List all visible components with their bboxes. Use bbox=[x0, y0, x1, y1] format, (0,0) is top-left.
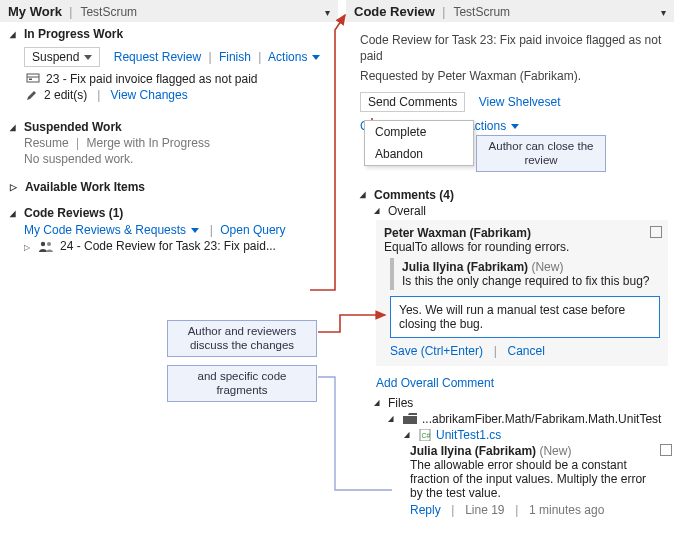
expand-icon[interactable] bbox=[24, 239, 32, 253]
svg-point-4 bbox=[47, 242, 51, 246]
pencil-icon bbox=[26, 89, 38, 101]
resume-link: Resume bbox=[24, 136, 69, 150]
actions-menu[interactable]: Actions bbox=[467, 119, 519, 133]
timestamp: 1 minutes ago bbox=[529, 503, 604, 517]
callout-fragments: and specific code fragments bbox=[167, 365, 317, 402]
expand-icon[interactable] bbox=[388, 414, 398, 423]
code-review-icon bbox=[38, 240, 54, 252]
section-available[interactable]: Available Work Items bbox=[10, 180, 332, 194]
request-review-link[interactable]: Request Review bbox=[114, 50, 201, 64]
panel-menu-icon[interactable]: ▾ bbox=[661, 7, 666, 18]
svg-text:C#: C# bbox=[422, 432, 431, 439]
reply-link[interactable]: Reply bbox=[410, 503, 441, 517]
cancel-reply-link[interactable]: Cancel bbox=[508, 344, 545, 358]
overall-comment-block: Peter Waxman (Fabrikam) EqualTo allows f… bbox=[376, 220, 668, 366]
csharp-file-icon: C# bbox=[419, 429, 431, 441]
view-changes-link[interactable]: View Changes bbox=[110, 88, 187, 102]
my-work-title: My Work bbox=[8, 4, 62, 19]
suspended-empty: No suspended work. bbox=[24, 152, 332, 166]
suspend-button[interactable]: Suspend bbox=[24, 47, 100, 67]
section-suspended[interactable]: Suspended Work bbox=[10, 120, 332, 134]
resolve-checkbox[interactable] bbox=[650, 226, 662, 238]
file-comment: Julia Ilyina (Fabrikam) (New) The allowa… bbox=[410, 444, 668, 517]
svg-rect-2 bbox=[29, 79, 32, 81]
comment-text: EqualTo allows for rounding errors. bbox=[384, 240, 660, 254]
work-item[interactable]: 23 - Fix paid invoice flagged as not pai… bbox=[46, 72, 257, 86]
callout-discuss: Author and reviewers discuss the changes bbox=[167, 320, 317, 357]
menu-complete[interactable]: Complete bbox=[365, 121, 473, 143]
svg-rect-0 bbox=[27, 74, 39, 82]
open-query-link[interactable]: Open Query bbox=[220, 223, 285, 237]
task-icon bbox=[26, 73, 40, 85]
comments-heading[interactable]: Comments (4) bbox=[360, 188, 668, 202]
merge-link: Merge with In Progress bbox=[87, 136, 210, 150]
actions-link[interactable]: Actions bbox=[268, 50, 320, 64]
reply-author: Julia Ilyina (Fabrikam) bbox=[402, 260, 528, 274]
section-in-progress[interactable]: In Progress Work bbox=[10, 27, 332, 41]
review-description: Code Review for Task 23: Fix paid invoic… bbox=[360, 32, 668, 64]
edits-count: 2 edit(s) bbox=[44, 88, 87, 102]
resolve-checkbox[interactable] bbox=[660, 444, 672, 456]
view-shelveset-link[interactable]: View Shelveset bbox=[479, 95, 561, 109]
workspace-name-right: TestScrum bbox=[453, 5, 510, 19]
callout-close: Author can close the review bbox=[476, 135, 606, 172]
close-review-dropdown: Complete Abandon bbox=[364, 120, 474, 166]
file-link[interactable]: UnitTest1.cs bbox=[436, 428, 501, 442]
add-overall-comment-link[interactable]: Add Overall Comment bbox=[376, 376, 494, 390]
expand-icon[interactable] bbox=[404, 430, 414, 439]
new-badge: (New) bbox=[539, 444, 571, 458]
new-badge: (New) bbox=[531, 260, 563, 274]
overall-heading[interactable]: Overall bbox=[374, 204, 668, 218]
review-item[interactable]: 24 - Code Review for Task 23: Fix paid..… bbox=[60, 239, 276, 253]
file-comment-author: Julia Ilyina (Fabrikam) bbox=[410, 444, 536, 458]
my-work-header: My Work |TestScrum ▾ bbox=[0, 0, 338, 23]
folder-icon bbox=[403, 413, 417, 424]
review-requester: Requested by Peter Waxman (Fabrikam). bbox=[360, 68, 668, 84]
my-reviews-link[interactable]: My Code Reviews & Requests bbox=[24, 223, 199, 237]
menu-abandon[interactable]: Abandon bbox=[365, 143, 473, 165]
finish-link[interactable]: Finish bbox=[219, 50, 251, 64]
code-review-panel: Code Review |TestScrum ▾ Code Review for… bbox=[346, 0, 674, 521]
save-reply-link[interactable]: Save (Ctrl+Enter) bbox=[390, 344, 483, 358]
line-ref: Line 19 bbox=[465, 503, 504, 517]
files-heading[interactable]: Files bbox=[374, 396, 668, 410]
comment-author: Peter Waxman (Fabrikam) bbox=[384, 226, 531, 240]
panel-menu-icon[interactable]: ▾ bbox=[325, 7, 330, 18]
code-review-title: Code Review bbox=[354, 4, 435, 19]
code-review-header: Code Review |TestScrum ▾ bbox=[346, 0, 674, 23]
section-code-reviews[interactable]: Code Reviews (1) bbox=[10, 206, 332, 220]
svg-point-3 bbox=[41, 242, 45, 246]
workspace-name: TestScrum bbox=[80, 5, 137, 19]
folder-path[interactable]: ...abrikamFiber.Math/Fabrikam.Math.UnitT… bbox=[422, 412, 661, 426]
my-work-panel: My Work |TestScrum ▾ In Progress Work Su… bbox=[0, 0, 338, 257]
file-comment-text: The allowable error should be a constant… bbox=[410, 458, 660, 500]
reply-comment-text: Is this the only change required to fix … bbox=[402, 274, 660, 288]
send-comments-button[interactable]: Send Comments bbox=[360, 92, 465, 112]
reply-textarea[interactable]: Yes. We will run a manual test case befo… bbox=[390, 296, 660, 338]
